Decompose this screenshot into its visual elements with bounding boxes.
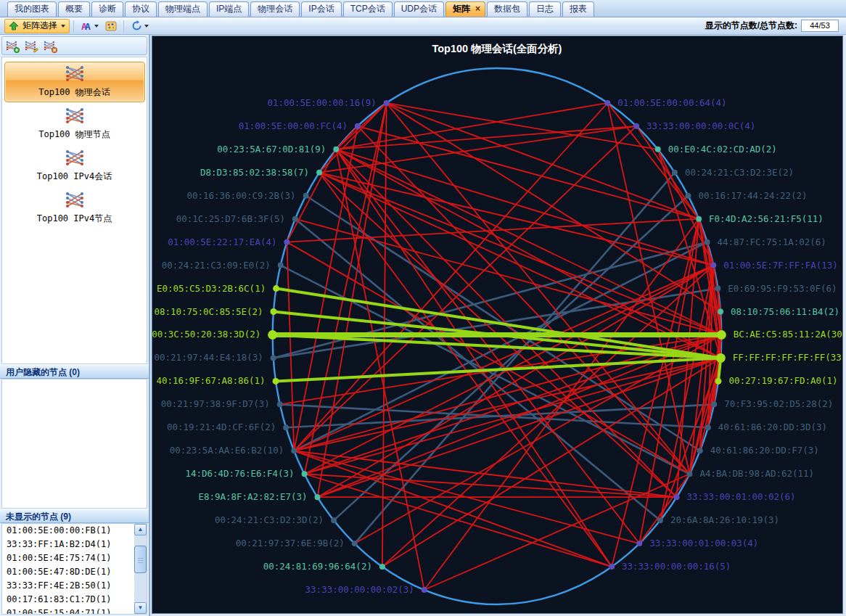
- chart-node-label[interactable]: F0:4D:A2:56:21:F5(11): [709, 213, 824, 224]
- tab-IP端点[interactable]: IP端点: [209, 1, 249, 17]
- font-button[interactable]: A A: [78, 19, 102, 33]
- chart-edge[interactable]: [660, 266, 713, 521]
- chart-node-label[interactable]: 33:33:00:00:00:16(5): [622, 561, 731, 572]
- chart-node-label[interactable]: 00:19:21:4D:CF:6F(2): [167, 422, 276, 432]
- chart-node-dot[interactable]: [655, 147, 661, 152]
- chart-edge[interactable]: [319, 126, 636, 173]
- tab-我的图表[interactable]: 我的图表: [7, 1, 57, 17]
- chart-node-dot[interactable]: [717, 330, 726, 340]
- chart-node-dot[interactable]: [711, 401, 717, 407]
- chart-node-label[interactable]: D8:D3:85:02:38:58(7): [200, 167, 309, 178]
- chart-node-label[interactable]: 00:23:5A:67:0D:81(9): [217, 144, 326, 155]
- scroll-down-icon[interactable]: ▼: [134, 602, 147, 614]
- chart-node-label[interactable]: 00:E0:4C:02:CD:AD(2): [668, 144, 777, 155]
- chart-node-label[interactable]: 33:33:00:01:00:02(6): [686, 491, 795, 502]
- chart-edge[interactable]: [355, 173, 675, 543]
- font-caret-icon[interactable]: [94, 25, 99, 28]
- chart-node-label[interactable]: 00:23:5A:AA:E6:B2(10): [170, 445, 284, 456]
- chart-node-dot[interactable]: [609, 564, 615, 570]
- chart-node-dot[interactable]: [697, 448, 703, 453]
- tab-数据包[interactable]: 数据包: [487, 1, 527, 17]
- chart-node-dot[interactable]: [673, 494, 679, 500]
- chart-node-label[interactable]: 00:27:19:67:FD:A0(1): [728, 375, 837, 386]
- tab-close-icon[interactable]: ×: [475, 4, 480, 14]
- tab-UDP会话[interactable]: UDP会话: [394, 1, 444, 17]
- chart-edge[interactable]: [295, 219, 721, 335]
- matrix-select-caret-icon[interactable]: [61, 25, 65, 28]
- chart-node-dot[interactable]: [303, 193, 309, 199]
- chart-node-dot[interactable]: [278, 263, 284, 268]
- matrix-chart-svg[interactable]: 01:00:5E:00:00:16(9)01:00:5E:00:00:FC(4)…: [152, 36, 842, 613]
- chart-node-dot[interactable]: [291, 448, 297, 453]
- chart-node-label[interactable]: 00:24:21:C3:D2:3D(2): [215, 514, 324, 525]
- chart-node-label[interactable]: 01:00:5E:00:00:FC(4): [239, 120, 348, 131]
- matrix-item-Top100 IPv4节点[interactable]: Top100 IPv4节点: [4, 188, 145, 229]
- chart-node-dot[interactable]: [355, 123, 361, 129]
- matrix-item-Top100 物理节点[interactable]: Top100 物理节点: [4, 104, 145, 144]
- chart-node-dot[interactable]: [657, 517, 663, 523]
- tab-IP会话[interactable]: IP会话: [301, 1, 341, 17]
- chart-node-dot[interactable]: [379, 564, 385, 570]
- chart-node-label[interactable]: 00:21:97:37:6E:9B(2): [236, 538, 345, 549]
- chart-node-label[interactable]: E8:9A:8F:A2:82:E7(3): [198, 491, 307, 502]
- not-shown-node-item[interactable]: 33:33:FF:4E:2B:50(1): [2, 579, 134, 593]
- chart-node-label[interactable]: 00:24:21:C3:09:E0(2): [162, 260, 271, 271]
- chart-node-label[interactable]: 00:21:97:44:E4:18(3): [155, 352, 263, 363]
- chart-node-label[interactable]: 00:24:21:C3:D2:3E(2): [685, 167, 794, 178]
- chart-node-dot[interactable]: [384, 100, 390, 106]
- chart-node-label[interactable]: 01:00:5E:00:00:64(4): [617, 97, 726, 108]
- not-shown-node-item[interactable]: 01:00:5E:15:04:71(1): [2, 607, 134, 614]
- chart-node-dot[interactable]: [604, 100, 610, 106]
- chart-edge[interactable]: [382, 266, 713, 567]
- chart-node-label[interactable]: 44:87:FC:75:1A:02(6): [718, 237, 826, 247]
- tab-矩阵[interactable]: 矩阵×: [445, 1, 485, 17]
- chart-edge[interactable]: [294, 451, 676, 497]
- chart-node-label[interactable]: 20:6A:8A:26:10:19(3): [670, 514, 779, 525]
- chart-node-label[interactable]: 00:16:17:44:24:22(2): [698, 190, 807, 201]
- chart-edge[interactable]: [305, 474, 612, 567]
- chart-node-dot[interactable]: [705, 424, 711, 430]
- chart-node-label[interactable]: 00:1C:25:D7:6B:3F(5): [176, 213, 285, 224]
- chart-node-label[interactable]: 33:33:00:00:00:0C(4): [646, 120, 755, 131]
- chart-node-label[interactable]: E0:05:C5:D3:2B:6C(1): [157, 283, 266, 294]
- chart-node-label[interactable]: A4:BA:DB:98:AD:62(11): [699, 468, 814, 479]
- chart-edge[interactable]: [287, 242, 294, 451]
- not-shown-node-item[interactable]: 01:00:5E:00:00:FB(1): [2, 524, 134, 538]
- chart-node-dot[interactable]: [716, 353, 726, 363]
- not-shown-node-item[interactable]: 01:00:5E:47:8D:DE(1): [2, 565, 134, 579]
- tab-诊断[interactable]: 诊断: [91, 1, 123, 17]
- not-shown-node-item[interactable]: 00:17:61:83:C1:7D(1): [2, 593, 134, 607]
- chart-node-label[interactable]: 01:00:5E:00:00:16(9): [268, 97, 377, 108]
- matrix-item-Top100 IPv4会话[interactable]: Top100 IPv4会话: [4, 146, 145, 186]
- chart-node-dot[interactable]: [636, 541, 642, 546]
- chart-node-dot[interactable]: [315, 494, 321, 500]
- chart-node-dot[interactable]: [316, 170, 322, 176]
- chart-node-label[interactable]: 33:33:00:00:00:02(3): [305, 584, 414, 595]
- chart-node-dot[interactable]: [270, 308, 276, 315]
- chart-node-dot[interactable]: [333, 147, 339, 152]
- chart-node-label[interactable]: E0:69:95:F9:53:0F(6): [728, 283, 837, 294]
- tab-日志[interactable]: 日志: [529, 1, 561, 17]
- chart-node-dot[interactable]: [710, 263, 716, 268]
- chart-node-dot[interactable]: [268, 330, 277, 340]
- scrollbar-thumb[interactable]: [134, 546, 147, 573]
- chart-node-label[interactable]: 14:D6:4D:76:E6:F4(3): [186, 468, 295, 479]
- hidden-nodes-list[interactable]: [1, 379, 147, 509]
- chart-node-dot[interactable]: [685, 193, 691, 199]
- chart-node-label[interactable]: 00:16:36:00:C9:2B(3): [187, 190, 296, 201]
- chart-node-dot[interactable]: [715, 378, 721, 385]
- chart-node-dot[interactable]: [705, 239, 710, 245]
- delete-matrix-icon[interactable]: [43, 38, 62, 54]
- tab-TCP会话[interactable]: TCP会话: [343, 1, 393, 17]
- chart-node-label[interactable]: 40:16:9F:67:A8:86(1): [156, 375, 265, 386]
- matrix-select-button[interactable]: 矩阵选择: [4, 19, 70, 33]
- chart-node-label[interactable]: 33:33:00:01:00:03(4): [649, 538, 758, 549]
- chart-node-dot[interactable]: [672, 170, 678, 176]
- chart-edge[interactable]: [294, 451, 612, 567]
- chart-node-dot[interactable]: [283, 424, 289, 430]
- chart-node-dot[interactable]: [696, 216, 702, 222]
- chart-node-dot[interactable]: [292, 216, 298, 222]
- chart-node-label[interactable]: FF:FF:FF:FF:FF:FF(33): [733, 352, 842, 363]
- chart-node-dot[interactable]: [686, 471, 692, 477]
- tab-协议[interactable]: 协议: [125, 1, 157, 17]
